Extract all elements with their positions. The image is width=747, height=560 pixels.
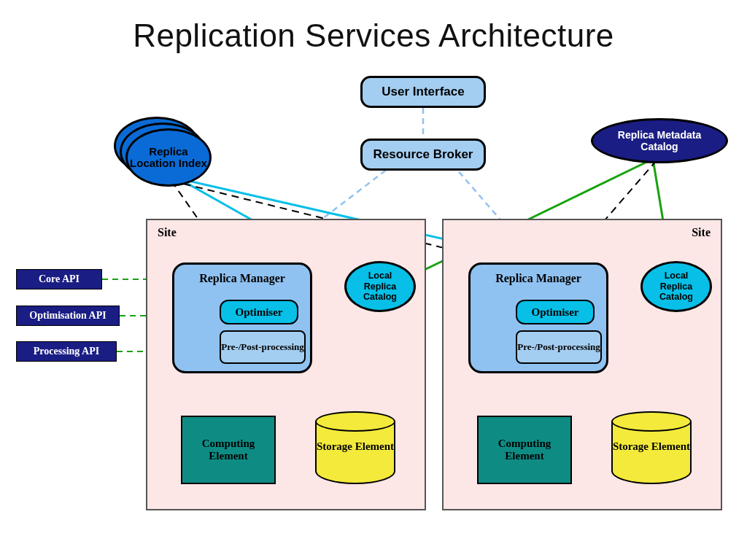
site-left-label: Site — [158, 226, 177, 239]
replica-manager-right: Replica Manager Optimiser Pre-/Post-proc… — [468, 262, 608, 373]
lrc-left-label: Local Replica Catalog — [354, 271, 406, 302]
replica-metadata-catalog: Replica Metadata Catalog — [591, 118, 728, 163]
user-interface-box: User Interface — [360, 76, 486, 108]
compute-left-label: Computing Element — [182, 438, 274, 462]
storage-left-label: Storage Element — [315, 440, 395, 453]
prepost-right: Pre-/Post-processing — [516, 330, 602, 364]
storage-element-right: Storage Element — [611, 411, 692, 484]
replica-location-index: Replica Location Index — [114, 117, 207, 182]
site-left: Site Replica Manager Optimiser Pre-/Post… — [146, 219, 426, 510]
rli-label: Replica Location Index — [128, 146, 209, 170]
optimiser-left: Optimiser — [220, 300, 298, 324]
prepost-left: Pre-/Post-processing — [220, 330, 306, 364]
storage-right-label: Storage Element — [611, 440, 692, 453]
optimisation-api-label: Optimisation API — [29, 310, 106, 322]
computing-element-right: Computing Element — [477, 416, 572, 484]
site-right-label: Site — [692, 226, 711, 239]
lrc-right: Local Replica Catalog — [640, 261, 712, 312]
computing-element-left: Computing Element — [181, 416, 276, 484]
lrc-right-label: Local Replica Catalog — [650, 271, 703, 302]
prepost-left-label: Pre-/Post-processing — [221, 341, 304, 353]
compute-right-label: Computing Element — [479, 438, 570, 462]
rm-right-label: Replica Manager — [471, 272, 606, 285]
processing-api-box: Processing API — [16, 341, 117, 362]
core-api-box: Core API — [16, 269, 102, 289]
resource-broker-label: Resource Broker — [373, 147, 473, 162]
user-interface-label: User Interface — [382, 85, 464, 99]
resource-broker-box: Resource Broker — [360, 139, 486, 171]
replica-manager-left: Replica Manager Optimiser Pre-/Post-proc… — [172, 262, 312, 373]
rmc-label: Replica Metadata Catalog — [600, 129, 719, 152]
storage-element-left: Storage Element — [315, 411, 395, 484]
optimiser-right-label: Optimiser — [532, 306, 579, 319]
site-right: Site Replica Manager Optimiser Pre-/Post… — [442, 219, 722, 510]
rm-left-label: Replica Manager — [174, 272, 310, 285]
processing-api-label: Processing API — [34, 346, 99, 357]
lrc-left: Local Replica Catalog — [344, 261, 416, 312]
core-api-label: Core API — [39, 273, 80, 285]
prepost-right-label: Pre-/Post-processing — [517, 341, 600, 353]
optimisation-api-box: Optimisation API — [16, 306, 120, 326]
optimiser-right: Optimiser — [516, 300, 595, 324]
optimiser-left-label: Optimiser — [236, 306, 283, 319]
